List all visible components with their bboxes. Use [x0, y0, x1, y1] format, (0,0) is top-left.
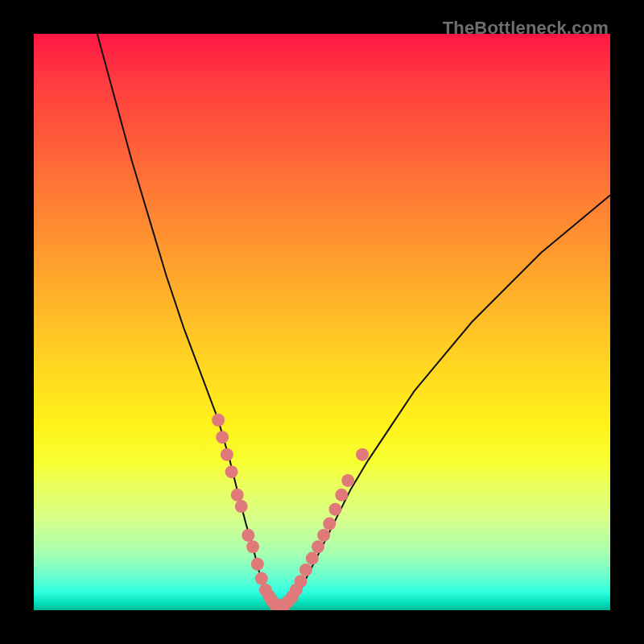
svg-point-24	[317, 529, 330, 542]
svg-point-20	[295, 575, 308, 588]
svg-point-26	[328, 503, 341, 516]
data-dots	[212, 414, 369, 610]
chart-frame: TheBottleneck.com	[0, 0, 644, 644]
watermark-text: TheBottleneck.com	[443, 18, 609, 39]
bottleneck-curve	[97, 34, 610, 609]
svg-point-9	[255, 572, 268, 585]
svg-point-1	[216, 431, 229, 444]
svg-point-2	[221, 448, 233, 461]
svg-point-21	[299, 564, 312, 576]
svg-point-0	[212, 414, 225, 427]
svg-point-25	[323, 518, 336, 530]
svg-point-8	[251, 558, 264, 571]
svg-point-22	[306, 552, 319, 565]
svg-point-7	[246, 540, 259, 553]
svg-point-27	[335, 489, 348, 502]
svg-point-29	[356, 448, 369, 461]
plot-area	[34, 34, 610, 610]
svg-point-4	[231, 489, 244, 502]
svg-point-5	[235, 500, 248, 513]
svg-point-23	[312, 540, 324, 553]
svg-point-28	[341, 474, 354, 487]
curve-layer	[34, 34, 610, 610]
svg-point-3	[225, 465, 238, 478]
svg-point-6	[242, 529, 254, 542]
